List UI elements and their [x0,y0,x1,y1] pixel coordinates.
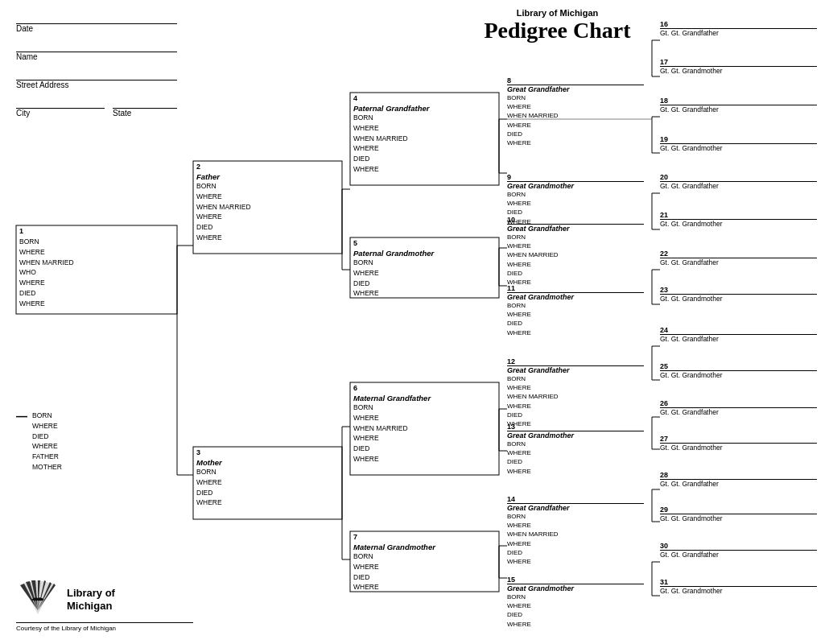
gg-31: 31 Gt. Gt. Grandmother [660,578,821,595]
person-12-fields: BORNWHEREWHEN MARRIEDWHEREDIEDWHERE [507,374,652,428]
person-1-num: 1 [16,225,177,237]
logo-section: Library of Michigan Courtesy of the Libr… [16,580,193,632]
person-12: 12 Great Grandfather BORNWHEREWHEN MARRI… [507,357,652,428]
street-line [16,72,177,80]
person-1-fields: BORNWHEREWHEN MARRIEDWHOWHEREDIEDWHERE [16,237,177,308]
person-10-num: 10 [507,216,652,224]
person-7-fields: BORNWHEREDIEDWHERE [350,551,499,592]
gg-26-name: Gt. Gt. Grandfather [660,408,821,416]
form-fields: Date Name Street Address City State [16,16,193,130]
gg-29: 29 Gt. Gt. Grandmother [660,506,821,522]
person-10-name: Great Grandfather [507,225,652,233]
person-6-fields: BORNWHEREWHEN MARRIEDWHEREDIEDWHERE [350,402,499,464]
person-6-name: Maternal Grandfather [350,394,499,402]
gg-19-num: 19 [660,135,821,143]
gg-27: 27 Gt. Gt. Grandmother [660,435,821,452]
gg-30: 30 Gt. Gt. Grandfather [660,542,821,559]
gg-22-num: 22 [660,250,821,258]
header-subtitle: Library of Michigan [282,8,833,18]
person-3-fields: BORNWHEREDIEDWHERE [193,467,342,508]
gg-21-num: 21 [660,211,821,219]
person-7-name: Maternal Grandmother [350,543,499,551]
logo-name-line2: Michigan [67,600,115,613]
gg-25-num: 25 [660,362,821,370]
person-10: 10 Great Grandfather BORNWHEREWHEN MARRI… [507,216,652,287]
person-11-fields: BORNWHEREDIEDWHERE [507,301,652,337]
date-label: Date [16,24,193,33]
gg-21: 21 Gt. Gt. Grandmother [660,211,821,228]
logo-name-line1: Library of [67,587,115,600]
person-7-num: 7 [350,531,499,543]
person-13-name: Great Grandmother [507,431,652,440]
gg-17-name: Gt. Gt. Grandmother [660,67,821,75]
gg-23-num: 23 [660,286,821,294]
state-label: State [113,109,193,118]
person-3-num: 3 [193,447,342,458]
person-8-fields: BORNWHEREWHEN MARRIEDWHEREDIEDWHERE [507,93,652,147]
person-2-num: 2 [193,161,342,172]
gg-20-num: 20 [660,173,821,181]
gg-29-num: 29 [660,506,821,514]
gg-29-name: Gt. Gt. Grandmother [660,514,821,522]
person-8-name: Great Grandfather [507,85,652,93]
person-2-fields: BORNWHEREWHEN MARRIEDWHEREDIEDWHERE [193,181,342,243]
gg-20-name: Gt. Gt. Grandfather [660,182,821,190]
gg-16-name: Gt. Gt. Grandfather [660,29,821,37]
city-line [16,101,105,109]
gg-19-name: Gt. Gt. Grandmother [660,144,821,152]
gg-26-num: 26 [660,399,821,407]
state-field: State [113,101,193,119]
page: Library of Michigan Pedigree Chart Date … [0,0,833,644]
gg-20: 20 Gt. Gt. Grandfather [660,173,821,190]
person-9-num: 9 [507,173,652,181]
gg-23: 23 Gt. Gt. Grandmother [660,286,821,303]
person-14: 14 Great Grandfather BORNWHEREWHEN MARRI… [507,495,652,566]
city-field: City [16,101,105,119]
person-10-fields: BORNWHEREWHEN MARRIEDWHEREDIEDWHERE [507,233,652,287]
legend-dash-entry: — BORNWHEREDIEDWHEREFATHERMOTHER [16,411,62,473]
person-4: 4 Paternal Grandfather BORNWHEREWHEN MAR… [350,93,499,175]
logo-text-block: Library of Michigan [67,587,115,612]
gg-25-name: Gt. Gt. Grandmother [660,371,821,379]
person-13-fields: BORNWHEREDIEDWHERE [507,440,652,476]
street-field: Street Address [16,72,193,89]
street-label: Street Address [16,80,193,89]
city-label: City [16,109,105,118]
gg-31-name: Gt. Gt. Grandmother [660,587,821,595]
person-12-num: 12 [507,357,652,365]
gg-28: 28 Gt. Gt. Grandfather [660,471,821,488]
person-4-fields: BORNWHEREWHEN MARRIEDWHEREDIEDWHERE [350,113,499,175]
person-13-num: 13 [507,423,652,431]
person-11-num: 11 [507,284,652,292]
gg-22-name: Gt. Gt. Grandfather [660,258,821,266]
gg-30-name: Gt. Gt. Grandfather [660,551,821,559]
city-state-row: City State [16,101,193,130]
gg-17: 17 Gt. Gt. Grandmother [660,58,821,75]
person-9-name: Great Grandmother [507,182,652,190]
gg-19: 19 Gt. Gt. Grandmother [660,135,821,152]
gg-18: 18 Gt. Gt. Grandfather [660,97,821,114]
gg-25: 25 Gt. Gt. Grandmother [660,362,821,379]
gg-26: 26 Gt. Gt. Grandfather [660,399,821,416]
gg-24: 24 Gt. Gt. Grandfather [660,326,821,343]
person-14-fields: BORNWHEREWHEN MARRIEDWHEREDIEDWHERE [507,512,652,566]
gg-30-num: 30 [660,542,821,550]
person-15-name: Great Grandmother [507,584,652,592]
gg-28-num: 28 [660,471,821,479]
name-label: Name [16,52,193,61]
person-7: 7 Maternal Grandmother BORNWHEREDIEDWHER… [350,531,499,592]
gg-27-name: Gt. Gt. Grandmother [660,444,821,452]
gg-16: 16 Gt. Gt. Grandfather [660,20,821,37]
person-2: 2 Father BORNWHEREWHEN MARRIEDWHEREDIEDW… [193,161,342,243]
person-4-num: 4 [350,93,499,104]
person-5: 5 Paternal Grandmother BORNWHEREDIEDWHER… [350,237,499,299]
courtesy-text: Courtesy of the Library of Michigan [16,622,193,632]
person-15-fields: BORNWHEREDIEDWHERE [507,592,652,629]
logo-container: Library of Michigan [16,580,193,619]
person-8-num: 8 [507,76,652,85]
person-15-num: 15 [507,576,652,584]
person-12-name: Great Grandfather [507,366,652,374]
gg-27-num: 27 [660,435,821,443]
gg-24-name: Gt. Gt. Grandfather [660,335,821,343]
gg-23-name: Gt. Gt. Grandmother [660,295,821,303]
